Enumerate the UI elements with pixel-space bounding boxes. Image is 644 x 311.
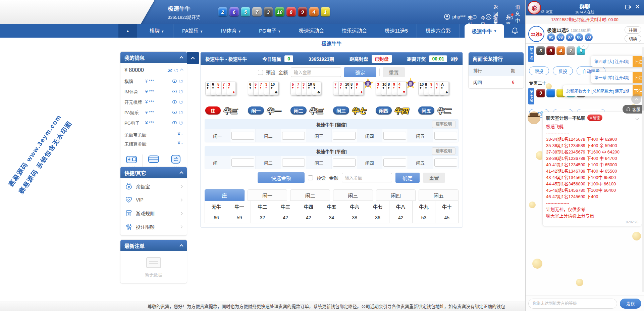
customer-service-button[interactable]: 客服 (623, 105, 644, 114)
quick-amount-button[interactable]: 快选金额 (258, 172, 305, 183)
eye-icon[interactable] (172, 90, 177, 93)
message-bubble: 聊天室计划一不私聊 管理 极速飞艇----------------33-34期1… (542, 112, 642, 226)
stats-tab-闲二[interactable]: 闲二 (290, 189, 330, 201)
stats-header-cell: 牛三 (274, 201, 297, 212)
bet-amount-input[interactable] (282, 159, 305, 167)
reset-button[interactable]: 重置 (423, 173, 445, 183)
eye-icon[interactable] (172, 121, 177, 124)
amount-input[interactable] (291, 68, 341, 77)
chevron-up-icon[interactable] (180, 69, 183, 72)
chat-result-row: 11选5 极速11选513911581期 0508070603 往期 切换 (526, 24, 644, 44)
refresh-icon[interactable] (179, 79, 183, 83)
wallet-row-name: PG电子 (124, 120, 145, 126)
quick-item-余额宝[interactable]: 余额宝 (120, 180, 187, 193)
switch-game-button[interactable]: 切换 (625, 35, 641, 42)
card-group-闲五: 10♣♣8♣♣9♦♦4♥♥A♠♠闲五牛二 (418, 82, 458, 116)
bet-cell-input (433, 129, 458, 142)
nav-item-快乐运动会[interactable]: 快乐运动会 (333, 24, 376, 38)
bet-amount-input[interactable] (231, 159, 254, 167)
stats-tab-闲五[interactable]: 闲五 (419, 189, 459, 201)
nav-item-极速11选5[interactable]: 极速11选5 (376, 24, 417, 38)
floating-scroll-button[interactable] (631, 94, 641, 104)
bet-amount-input[interactable] (383, 132, 406, 140)
refresh-icon[interactable] (179, 110, 183, 114)
nav-item-IM体育[interactable]: IM体育▼ (212, 24, 251, 38)
stats-tab-闲四[interactable]: 闲四 (376, 189, 416, 201)
collapse-icon[interactable] (179, 171, 183, 175)
chat-scrollbar[interactable] (642, 47, 644, 292)
preset-checkbox[interactable] (258, 70, 263, 75)
amount-input[interactable] (342, 173, 392, 182)
bet-amount-input[interactable] (231, 132, 254, 140)
refresh-icon[interactable] (179, 90, 183, 93)
position-pill-闲四[interactable]: 闲四 (376, 106, 392, 115)
close-icon[interactable]: ✕ (635, 3, 640, 10)
bet-cell-label: 闲二 (256, 156, 281, 169)
cards: 6♣♣5♥♥7♦♦3♦♦10♣♣ (248, 82, 287, 102)
plan-line: 37-38期1名2345679 下1600 中 64200 (546, 149, 638, 155)
refresh-icon[interactable] (179, 100, 183, 104)
result-ball: 07 (566, 33, 574, 41)
preset-checkbox[interactable] (308, 175, 313, 180)
odds-info-button[interactable]: 赔率说明 (432, 121, 455, 128)
result-text: 牛二 (437, 105, 451, 116)
bet-amount-input[interactable] (434, 132, 457, 140)
collapse-icon[interactable] (179, 244, 183, 248)
stats-tab-庄[interactable]: 庄 (205, 189, 245, 201)
nav-item-棋牌[interactable]: 棋牌▼ (141, 24, 173, 38)
stats-value-cell: 36 (366, 212, 389, 223)
tab-speed-niuniu-active[interactable]: 极速牛牛▼ (465, 24, 504, 38)
bet-amount-input[interactable] (383, 159, 406, 167)
nav-item-PA娱乐[interactable]: PA娱乐▼ (173, 24, 212, 38)
bet-amount-input[interactable] (333, 132, 356, 140)
eye-icon[interactable] (172, 80, 177, 83)
stats-value-cell: 53 (413, 212, 436, 223)
stats-value-cell: 38 (343, 212, 366, 223)
coin-decoration (576, 279, 583, 286)
confirm-button[interactable]: 确定 (344, 67, 376, 77)
nav-item-极速六合彩[interactable]: 极速六合彩 (417, 24, 460, 38)
refresh-icon[interactable] (174, 69, 178, 72)
wallet-row-value: ¥ *** (145, 110, 172, 115)
follow-button-跟投[interactable]: 跟投 (529, 66, 549, 75)
stats-tab-闲三[interactable]: 闲三 (333, 189, 373, 201)
open-label: 距离开奖 (407, 55, 426, 62)
quick-item-投注限额[interactable]: 投注限额 (120, 220, 187, 233)
drawn-ball: 6 (229, 7, 239, 16)
quick-item-游戏规则[interactable]: 游戏规则 (120, 207, 187, 220)
position-pill-闲五[interactable]: 闲五 (418, 106, 434, 115)
bet-amount-input[interactable] (333, 159, 356, 167)
reset-button[interactable]: 重置 (383, 67, 405, 77)
wallet-row-icons (172, 79, 183, 83)
previous-draws-button[interactable]: 往期 (625, 26, 641, 34)
close-status: 已封盘 (372, 55, 392, 63)
eye-off-icon[interactable] (168, 69, 172, 72)
nav-collapse-button[interactable]: ▲ (118, 24, 137, 38)
collapse-icon[interactable] (179, 56, 183, 60)
chat-message-input[interactable] (528, 299, 617, 309)
bet-amount-input[interactable] (282, 132, 305, 140)
position-pill-闲三[interactable]: 闲三 (333, 106, 349, 115)
chevron-down-icon[interactable] (636, 115, 638, 121)
confirm-button[interactable]: 确定 (395, 173, 420, 183)
nav-item-极速运动会[interactable]: 极速运动会 (290, 24, 333, 38)
follow-button-反投[interactable]: 反投 (553, 66, 573, 75)
odds-info-button[interactable]: 赔率说明 (432, 147, 455, 155)
stats-tab-闲一[interactable]: 闲一 (248, 189, 287, 201)
position-pill-闲一[interactable]: 闲一 (248, 106, 264, 115)
role-badge: 管理 (587, 115, 602, 121)
avatar[interactable] (528, 112, 540, 124)
position-pill-闲二[interactable]: 闲二 (290, 106, 307, 115)
nav-item-PG电子[interactable]: PG电子▼ (250, 24, 290, 38)
plan-line: 38-39期1名1236789 下400 中 64700 (546, 155, 638, 162)
eye-icon[interactable] (172, 111, 177, 114)
popout-button[interactable] (625, 4, 631, 10)
bell-button[interactable] (512, 24, 518, 38)
quick-item-VIP[interactable]: VIP (120, 193, 187, 207)
refresh-icon[interactable] (179, 121, 183, 125)
sidebar-collapse-button[interactable] (187, 52, 199, 64)
bet-amount-input[interactable] (434, 159, 457, 167)
send-button[interactable]: 发送 (620, 299, 641, 309)
position-pill-庄[interactable]: 庄 (205, 106, 221, 115)
eye-icon[interactable] (172, 100, 177, 103)
